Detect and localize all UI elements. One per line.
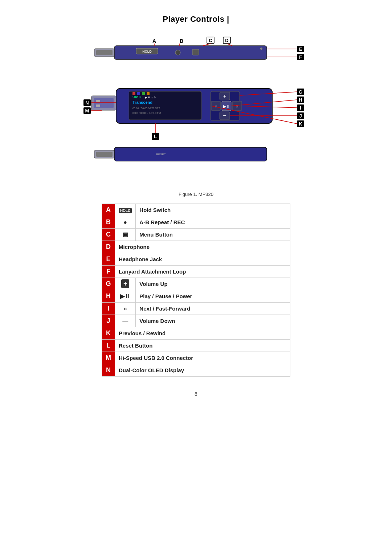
- svg-text:▶⏸: ▶⏸: [223, 104, 230, 108]
- svg-text:HOLD: HOLD: [142, 50, 152, 53]
- row-description: Next / Fast-Forward: [136, 303, 290, 315]
- table-row: DMicrophone: [102, 241, 290, 253]
- svg-rect-38: [142, 92, 145, 95]
- row-label: G: [102, 278, 115, 290]
- table-row: J—Volume Down: [102, 315, 290, 327]
- table-row: C▣Menu Button: [102, 229, 290, 241]
- row-label: A: [102, 204, 115, 216]
- page-title: Player Controls |: [163, 15, 229, 24]
- row-description: Headphone Jack: [115, 253, 290, 266]
- table-row: G+Volume Up: [102, 278, 290, 290]
- row-label: H: [102, 290, 115, 303]
- row-label: L: [102, 340, 115, 352]
- svg-rect-27: [96, 100, 100, 102]
- svg-rect-37: [137, 92, 140, 95]
- row-description: Volume Down: [136, 315, 290, 327]
- row-icon: —: [115, 315, 136, 327]
- row-description: Volume Up: [136, 278, 290, 290]
- table-row: B●A-B Repeat / REC: [102, 216, 290, 229]
- page-number: 8: [195, 391, 197, 397]
- row-description: Previous / Rewind: [115, 327, 290, 340]
- controls-table: AHOLDHold SwitchB●A-B Repeat / RECC▣Menu…: [102, 204, 290, 377]
- row-label: C: [102, 229, 115, 241]
- svg-text:G: G: [299, 89, 302, 95]
- svg-text:SUPER: SUPER: [132, 96, 141, 99]
- table-row: KPrevious / Rewind: [102, 327, 290, 340]
- device-diagram: HOLD A B C C D E F: [73, 35, 319, 189]
- svg-text:»: »: [236, 104, 238, 109]
- row-icon: HOLD: [115, 204, 136, 216]
- svg-text:+: +: [223, 93, 226, 99]
- svg-rect-1: [96, 50, 113, 55]
- svg-text:−: −: [223, 112, 226, 119]
- row-description: Lanyard Attachment Loop: [115, 266, 290, 278]
- figure-caption: Figure 1. MP320: [179, 192, 213, 197]
- row-description: Microphone: [115, 241, 290, 253]
- row-label: M: [102, 352, 115, 364]
- table-row: AHOLDHold Switch: [102, 204, 290, 216]
- svg-text:F: F: [299, 54, 302, 60]
- row-icon: ▣: [115, 229, 136, 241]
- row-label: F: [102, 266, 115, 278]
- row-label: I: [102, 303, 115, 315]
- row-icon: ▶⏸: [115, 290, 136, 303]
- table-row: I»Next / Fast-Forward: [102, 303, 290, 315]
- row-description: Play / Pause / Power: [136, 290, 290, 303]
- svg-text:H: H: [299, 97, 302, 103]
- svg-point-5: [175, 50, 180, 55]
- svg-rect-39: [147, 92, 150, 95]
- table-row: EHeadphone Jack: [102, 253, 290, 266]
- svg-text:M: M: [85, 108, 89, 114]
- row-label: E: [102, 253, 115, 266]
- svg-rect-36: [132, 92, 135, 95]
- svg-rect-76: [96, 152, 113, 157]
- svg-line-21: [203, 44, 211, 46]
- row-description: A-B Repeat / REC: [136, 216, 290, 229]
- svg-rect-6: [192, 49, 199, 55]
- svg-rect-28: [96, 104, 100, 107]
- table-row: NDual-Color OLED Display: [102, 364, 290, 377]
- table-row: LReset Button: [102, 340, 290, 352]
- svg-text:RESET: RESET: [156, 153, 166, 156]
- row-label: D: [102, 241, 115, 253]
- svg-rect-77: [114, 147, 267, 161]
- svg-text:00:00 / 00:00   06/20 SRT: 00:00 / 00:00 06/20 SRT: [132, 107, 160, 110]
- row-label: K: [102, 327, 115, 340]
- svg-text:B: B: [180, 38, 183, 44]
- row-description: Hi-Speed USB 2.0 Connector: [115, 352, 290, 364]
- svg-text:0000 / 0000   L 0.0:0.0 FM: 0000 / 0000 L 0.0:0.0 FM: [132, 112, 161, 114]
- row-icon: ●: [115, 216, 136, 229]
- table-row: MHi-Speed USB 2.0 Connector: [102, 352, 290, 364]
- row-description: Dual-Color OLED Display: [115, 364, 290, 377]
- table-row: H▶⏸Play / Pause / Power: [102, 290, 290, 303]
- row-icon: »: [115, 303, 136, 315]
- row-label: B: [102, 216, 115, 229]
- svg-text:D: D: [225, 38, 228, 43]
- svg-text:I: I: [300, 105, 301, 111]
- svg-line-22: [227, 44, 232, 46]
- svg-text:N: N: [85, 100, 89, 106]
- svg-text:▶ ⏸ ♫ ⚙: ▶ ⏸ ♫ ⚙: [145, 96, 156, 99]
- row-icon: +: [115, 278, 136, 290]
- svg-text:J: J: [299, 113, 302, 119]
- svg-text:A: A: [152, 38, 156, 44]
- row-description: Menu Button: [136, 229, 290, 241]
- svg-text:K: K: [299, 121, 302, 127]
- row-description: Hold Switch: [136, 204, 290, 216]
- svg-text:C: C: [209, 38, 212, 43]
- row-label: N: [102, 364, 115, 377]
- svg-text:L: L: [154, 134, 157, 139]
- svg-point-7: [260, 48, 262, 50]
- svg-text:E: E: [299, 46, 302, 52]
- svg-text:«: «: [215, 104, 217, 109]
- svg-text:Transcend: Transcend: [132, 100, 152, 104]
- row-label: J: [102, 315, 115, 327]
- table-row: FLanyard Attachment Loop: [102, 266, 290, 278]
- row-description: Reset Button: [115, 340, 290, 352]
